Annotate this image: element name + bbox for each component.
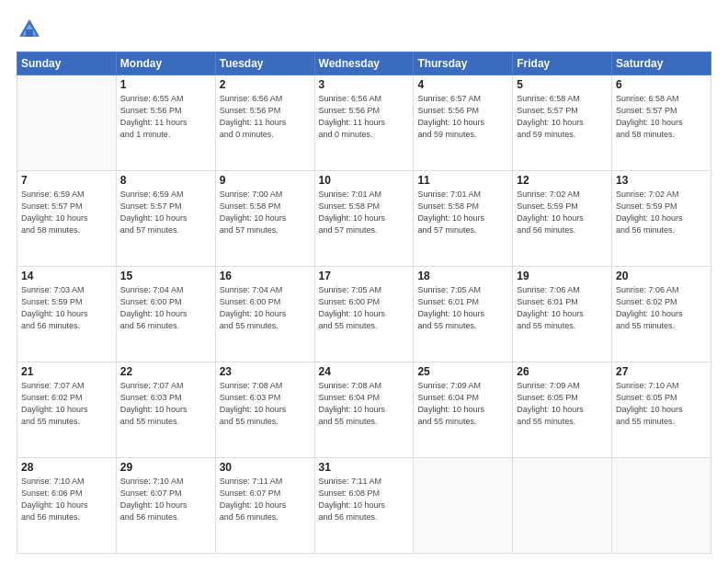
weekday-header-wednesday: Wednesday — [314, 52, 414, 75]
svg-rect-2 — [26, 29, 33, 37]
day-detail: Sunrise: 7:02 AM Sunset: 5:59 PM Dayligh… — [517, 189, 608, 236]
calendar-cell: 26Sunrise: 7:09 AM Sunset: 6:05 PM Dayli… — [513, 362, 612, 458]
logo — [17, 17, 46, 42]
day-detail: Sunrise: 7:01 AM Sunset: 5:58 PM Dayligh… — [417, 189, 508, 236]
calendar-cell — [17, 75, 117, 171]
day-detail: Sunrise: 7:00 AM Sunset: 5:58 PM Dayligh… — [220, 189, 311, 236]
day-detail: Sunrise: 7:04 AM Sunset: 6:00 PM Dayligh… — [220, 284, 311, 332]
day-detail: Sunrise: 7:01 AM Sunset: 5:58 PM Dayligh… — [319, 189, 410, 236]
day-detail: Sunrise: 7:06 AM Sunset: 6:02 PM Dayligh… — [616, 284, 707, 332]
calendar-cell: 13Sunrise: 7:02 AM Sunset: 5:59 PM Dayli… — [612, 171, 711, 267]
day-detail: Sunrise: 6:58 AM Sunset: 5:57 PM Dayligh… — [517, 93, 608, 141]
calendar-cell: 21Sunrise: 7:07 AM Sunset: 6:02 PM Dayli… — [17, 362, 117, 458]
calendar-cell: 31Sunrise: 7:11 AM Sunset: 6:08 PM Dayli… — [314, 458, 414, 554]
day-detail: Sunrise: 7:10 AM Sunset: 6:07 PM Dayligh… — [120, 476, 211, 523]
calendar-cell: 18Sunrise: 7:05 AM Sunset: 6:01 PM Dayli… — [414, 267, 513, 362]
week-row-1: 1Sunrise: 6:55 AM Sunset: 5:56 PM Daylig… — [17, 75, 711, 171]
calendar-cell: 22Sunrise: 7:07 AM Sunset: 6:03 PM Dayli… — [116, 362, 215, 458]
day-detail: Sunrise: 7:06 AM Sunset: 6:01 PM Dayligh… — [517, 284, 608, 332]
weekday-header-sunday: Sunday — [17, 52, 117, 75]
calendar-cell: 11Sunrise: 7:01 AM Sunset: 5:58 PM Dayli… — [414, 171, 513, 267]
day-number: 20 — [616, 270, 707, 282]
calendar-cell: 15Sunrise: 7:04 AM Sunset: 6:00 PM Dayli… — [116, 267, 215, 362]
day-detail: Sunrise: 7:09 AM Sunset: 6:04 PM Dayligh… — [417, 380, 508, 428]
calendar-cell: 6Sunrise: 6:58 AM Sunset: 5:57 PM Daylig… — [612, 75, 711, 171]
calendar-cell: 12Sunrise: 7:02 AM Sunset: 5:59 PM Dayli… — [513, 171, 612, 267]
calendar-cell: 28Sunrise: 7:10 AM Sunset: 6:06 PM Dayli… — [17, 458, 117, 554]
calendar-cell — [612, 458, 711, 554]
day-number: 16 — [220, 270, 311, 282]
day-detail: Sunrise: 7:07 AM Sunset: 6:02 PM Dayligh… — [21, 380, 112, 428]
weekday-header-thursday: Thursday — [414, 52, 513, 75]
day-number: 9 — [220, 174, 311, 187]
calendar-cell: 23Sunrise: 7:08 AM Sunset: 6:03 PM Dayli… — [215, 362, 314, 458]
calendar-cell: 7Sunrise: 6:59 AM Sunset: 5:57 PM Daylig… — [17, 171, 117, 267]
weekday-header-friday: Friday — [513, 52, 612, 75]
day-number: 28 — [21, 461, 112, 474]
calendar-cell: 17Sunrise: 7:05 AM Sunset: 6:00 PM Dayli… — [314, 267, 414, 362]
calendar-cell — [513, 458, 612, 554]
day-detail: Sunrise: 7:11 AM Sunset: 6:08 PM Dayligh… — [319, 476, 410, 523]
day-detail: Sunrise: 7:02 AM Sunset: 5:59 PM Dayligh… — [616, 189, 707, 236]
day-number: 6 — [616, 78, 707, 91]
day-number: 29 — [120, 461, 211, 474]
day-number: 11 — [417, 174, 508, 187]
header — [17, 17, 711, 42]
calendar-cell: 4Sunrise: 6:57 AM Sunset: 5:56 PM Daylig… — [414, 75, 513, 171]
calendar-body: 1Sunrise: 6:55 AM Sunset: 5:56 PM Daylig… — [17, 75, 711, 554]
week-row-3: 14Sunrise: 7:03 AM Sunset: 5:59 PM Dayli… — [17, 267, 711, 362]
calendar-cell — [414, 458, 513, 554]
day-number: 10 — [319, 174, 410, 187]
page: SundayMondayTuesdayWednesdayThursdayFrid… — [0, 0, 728, 563]
day-number: 17 — [319, 270, 410, 282]
day-detail: Sunrise: 7:10 AM Sunset: 6:06 PM Dayligh… — [21, 476, 112, 523]
week-row-5: 28Sunrise: 7:10 AM Sunset: 6:06 PM Dayli… — [17, 458, 711, 554]
weekday-header-tuesday: Tuesday — [215, 52, 314, 75]
day-detail: Sunrise: 7:05 AM Sunset: 6:00 PM Dayligh… — [319, 284, 410, 332]
week-row-2: 7Sunrise: 6:59 AM Sunset: 5:57 PM Daylig… — [17, 171, 711, 267]
day-detail: Sunrise: 6:56 AM Sunset: 5:56 PM Dayligh… — [220, 93, 311, 141]
day-number: 14 — [21, 270, 112, 282]
calendar-cell: 14Sunrise: 7:03 AM Sunset: 5:59 PM Dayli… — [17, 267, 117, 362]
calendar-cell: 24Sunrise: 7:08 AM Sunset: 6:04 PM Dayli… — [314, 362, 414, 458]
day-number: 24 — [319, 365, 410, 378]
day-number: 23 — [220, 365, 311, 378]
calendar-cell: 5Sunrise: 6:58 AM Sunset: 5:57 PM Daylig… — [513, 75, 612, 171]
day-number: 26 — [517, 365, 608, 378]
calendar-cell: 27Sunrise: 7:10 AM Sunset: 6:05 PM Dayli… — [612, 362, 711, 458]
calendar-cell: 10Sunrise: 7:01 AM Sunset: 5:58 PM Dayli… — [314, 171, 414, 267]
weekday-header-monday: Monday — [116, 52, 215, 75]
day-detail: Sunrise: 7:03 AM Sunset: 5:59 PM Dayligh… — [21, 284, 112, 332]
calendar-cell: 9Sunrise: 7:00 AM Sunset: 5:58 PM Daylig… — [215, 171, 314, 267]
day-number: 25 — [417, 365, 508, 378]
day-number: 2 — [220, 78, 311, 91]
calendar-cell: 20Sunrise: 7:06 AM Sunset: 6:02 PM Dayli… — [612, 267, 711, 362]
day-number: 13 — [616, 174, 707, 187]
calendar-cell: 29Sunrise: 7:10 AM Sunset: 6:07 PM Dayli… — [116, 458, 215, 554]
day-number: 22 — [120, 365, 211, 378]
day-number: 27 — [616, 365, 707, 378]
day-number: 5 — [517, 78, 608, 91]
day-detail: Sunrise: 6:58 AM Sunset: 5:57 PM Dayligh… — [616, 93, 707, 141]
day-detail: Sunrise: 7:09 AM Sunset: 6:05 PM Dayligh… — [517, 380, 608, 428]
weekday-header-saturday: Saturday — [612, 52, 711, 75]
day-detail: Sunrise: 7:11 AM Sunset: 6:07 PM Dayligh… — [220, 476, 311, 523]
day-number: 8 — [120, 174, 211, 187]
day-number: 7 — [21, 174, 112, 187]
calendar-cell: 19Sunrise: 7:06 AM Sunset: 6:01 PM Dayli… — [513, 267, 612, 362]
calendar-cell: 16Sunrise: 7:04 AM Sunset: 6:00 PM Dayli… — [215, 267, 314, 362]
day-detail: Sunrise: 7:07 AM Sunset: 6:03 PM Dayligh… — [120, 380, 211, 428]
day-number: 30 — [220, 461, 311, 474]
calendar-cell: 1Sunrise: 6:55 AM Sunset: 5:56 PM Daylig… — [116, 75, 215, 171]
calendar-cell: 2Sunrise: 6:56 AM Sunset: 5:56 PM Daylig… — [215, 75, 314, 171]
calendar-cell: 30Sunrise: 7:11 AM Sunset: 6:07 PM Dayli… — [215, 458, 314, 554]
calendar-cell: 25Sunrise: 7:09 AM Sunset: 6:04 PM Dayli… — [414, 362, 513, 458]
week-row-4: 21Sunrise: 7:07 AM Sunset: 6:02 PM Dayli… — [17, 362, 711, 458]
day-number: 19 — [517, 270, 608, 282]
day-number: 15 — [120, 270, 211, 282]
day-number: 12 — [517, 174, 608, 187]
calendar-table: SundayMondayTuesdayWednesdayThursdayFrid… — [17, 52, 711, 554]
calendar-cell: 3Sunrise: 6:56 AM Sunset: 5:56 PM Daylig… — [314, 75, 414, 171]
day-detail: Sunrise: 7:10 AM Sunset: 6:05 PM Dayligh… — [616, 380, 707, 428]
calendar-cell: 8Sunrise: 6:59 AM Sunset: 5:57 PM Daylig… — [116, 171, 215, 267]
